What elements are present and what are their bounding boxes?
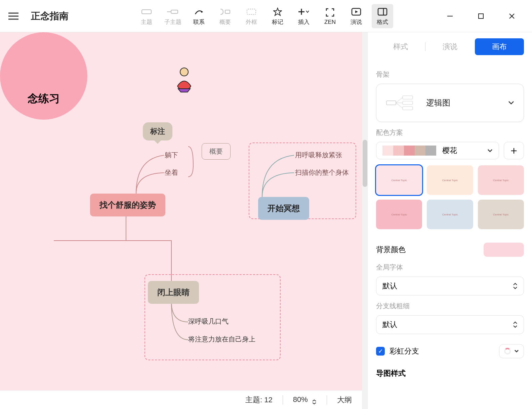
plus-icon <box>298 6 310 17</box>
bg-color-button[interactable] <box>484 243 524 257</box>
play-icon <box>351 6 361 17</box>
relationship-icon <box>194 6 204 17</box>
theme-grid: Central Topic Central Topic Central Topi… <box>376 165 524 229</box>
theme-tile-3[interactable]: Central Topic <box>478 165 524 195</box>
tab-canvas[interactable]: 画布 <box>475 38 524 55</box>
svg-rect-14 <box>378 8 387 15</box>
skeleton-select[interactable]: 逻辑图 <box>376 84 524 122</box>
star-icon <box>273 6 282 17</box>
boundary-icon <box>246 6 256 17</box>
summary-icon <box>220 6 231 17</box>
vertical-scrollbar[interactable] <box>362 32 368 409</box>
branch-select[interactable]: 默认 <box>376 315 524 334</box>
theme-tile-2[interactable]: Central Topic <box>427 165 473 195</box>
skeleton-preview-icon <box>386 94 416 112</box>
subtopic-icon <box>167 6 178 17</box>
theme-tile-1[interactable]: Central Topic <box>376 165 422 195</box>
fullscreen-icon <box>326 7 334 18</box>
branch-label: 分支线粗细 <box>376 301 524 311</box>
insert-button[interactable]: 插入 <box>293 4 315 28</box>
posture-child-2[interactable]: 坐着 <box>165 168 178 177</box>
outline-button[interactable]: 大纲 <box>337 395 352 405</box>
svg-rect-27 <box>403 107 413 110</box>
svg-rect-23 <box>403 96 413 99</box>
zoom-level[interactable]: 80% <box>293 395 317 405</box>
posture-node[interactable]: 找个舒服的姿势 <box>90 194 165 216</box>
callout-node[interactable]: 标注 <box>143 122 172 140</box>
svg-line-26 <box>396 103 403 108</box>
tab-style[interactable]: 样式 <box>376 38 425 55</box>
skeleton-label: 骨架 <box>376 70 524 79</box>
summary-button[interactable]: 概要 <box>214 4 236 28</box>
topic-icon <box>141 6 152 17</box>
meditate-child-1[interactable]: 用呼吸释放紧张 <box>295 151 342 160</box>
svg-rect-25 <box>403 101 413 105</box>
stepper-icon <box>513 283 518 289</box>
divider <box>327 395 327 405</box>
rainbow-label: 彩虹分支 <box>390 346 419 356</box>
boundary-button[interactable]: 外框 <box>241 4 262 28</box>
meditate-child-2[interactable]: 扫描你的整个身体 <box>295 168 349 177</box>
chevron-down-icon <box>487 149 493 152</box>
svg-rect-8 <box>247 9 256 14</box>
svg-rect-4 <box>171 10 178 13</box>
stepper-icon <box>513 321 518 328</box>
ring-icon <box>504 348 511 355</box>
font-select[interactable]: 默认 <box>376 277 524 295</box>
topic-button[interactable]: 主题 <box>136 4 157 28</box>
document-title: 正念指南 <box>31 10 69 23</box>
svg-rect-7 <box>225 10 230 13</box>
font-label: 全局字体 <box>376 263 524 272</box>
format-panel: 样式 演说 画布 骨架 逻辑图 配色方案 <box>368 32 532 409</box>
tab-pitch[interactable]: 演说 <box>425 38 475 55</box>
menu-button[interactable] <box>6 9 21 24</box>
svg-rect-17 <box>479 14 483 18</box>
toolbar: 主题 子主题 联系 概要 外框 标记 <box>136 4 393 28</box>
bg-label: 背景颜色 <box>376 245 406 255</box>
svg-line-22 <box>396 97 403 103</box>
scheme-swatches <box>382 146 436 156</box>
eyes-node[interactable]: 闭上眼睛 <box>148 281 199 304</box>
rainbow-options-button[interactable] <box>499 344 524 358</box>
svg-rect-3 <box>142 10 151 14</box>
close-button[interactable] <box>504 9 519 24</box>
format-button[interactable]: 格式 <box>372 4 393 28</box>
theme-tile-4[interactable]: Central Topic <box>376 200 422 229</box>
posture-child-1[interactable]: 躺下 <box>165 151 178 160</box>
chevron-down-icon <box>514 350 519 353</box>
summary-node[interactable]: 概要 <box>202 143 231 160</box>
scheme-label: 配色方案 <box>376 128 524 137</box>
pitch-button[interactable]: 演说 <box>345 4 367 28</box>
divider <box>283 395 283 405</box>
panel-icon <box>377 6 387 17</box>
theme-tile-5[interactable]: Central Topic <box>427 200 473 229</box>
eyes-child-1[interactable]: 深呼吸几口气 <box>188 317 229 326</box>
zoom-stepper[interactable] <box>312 399 317 405</box>
chevron-down-icon <box>508 101 514 105</box>
panel-tabs: 样式 演说 画布 <box>376 36 524 57</box>
meditate-node[interactable]: 开始冥想 <box>258 197 309 220</box>
svg-marker-9 <box>274 8 282 15</box>
minimize-button[interactable] <box>443 9 457 24</box>
titlebar: 正念指南 主题 子主题 联系 概要 外框 <box>0 0 532 32</box>
marker-button[interactable]: 标记 <box>267 4 288 28</box>
topic-count: 主题: 12 <box>245 395 273 405</box>
statusbar: 主题: 12 80% 大纲 <box>0 390 362 409</box>
relationship-button[interactable]: 联系 <box>188 4 210 28</box>
eyes-child-2[interactable]: 将注意力放在自己身上 <box>188 335 255 344</box>
window-controls <box>443 9 526 24</box>
subtopic-button[interactable]: 子主题 <box>162 4 183 28</box>
svg-rect-21 <box>386 101 396 105</box>
svg-marker-13 <box>355 10 358 13</box>
theme-tile-6[interactable]: Central Topic <box>478 200 524 229</box>
mapstyle-label: 导图样式 <box>376 368 524 378</box>
canvas-area[interactable]: 念练习 标注 概要 找个舒服的姿势 躺下 坐 <box>0 32 368 409</box>
add-scheme-button[interactable]: ＋ <box>504 142 524 159</box>
scheme-select[interactable]: 樱花 <box>376 142 499 159</box>
maximize-button[interactable] <box>474 9 488 24</box>
rainbow-checkbox[interactable]: ✓ <box>376 347 385 356</box>
zen-button[interactable]: ZEN <box>319 4 341 28</box>
